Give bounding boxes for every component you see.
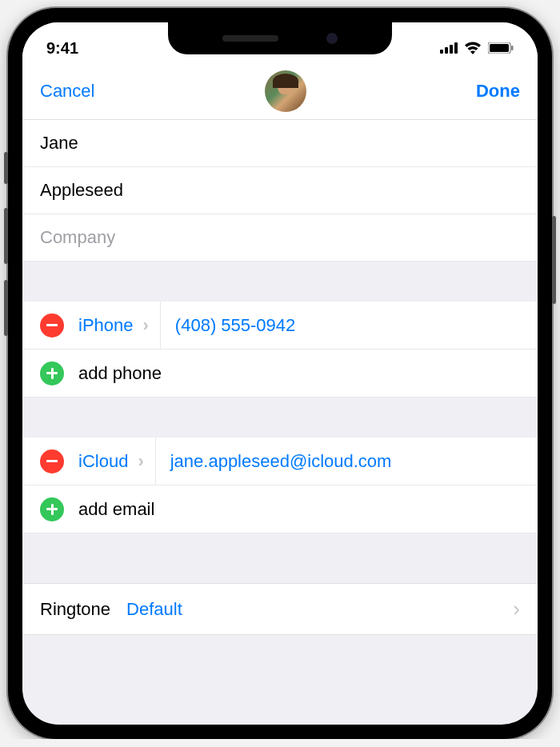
add-email-label: add email	[78, 499, 154, 520]
section-gap	[22, 262, 538, 302]
phone-type-button[interactable]: iPhone	[78, 315, 143, 336]
svg-rect-1	[445, 47, 448, 54]
cellular-icon	[440, 42, 458, 54]
front-camera	[326, 33, 338, 44]
side-button	[552, 216, 556, 304]
remove-email-button[interactable]	[40, 449, 64, 473]
section-gap	[22, 397, 538, 437]
wifi-icon	[464, 42, 482, 54]
company-row[interactable]	[22, 214, 538, 262]
svg-rect-5	[490, 44, 509, 52]
add-phone-row[interactable]: add phone	[22, 350, 538, 397]
status-time: 9:41	[46, 39, 150, 58]
first-name-input[interactable]	[40, 133, 520, 154]
side-button	[4, 208, 8, 264]
svg-rect-2	[450, 45, 453, 54]
done-button[interactable]: Done	[476, 81, 520, 102]
phone-number-field[interactable]: (408) 555-0942	[161, 315, 526, 336]
svg-rect-3	[454, 42, 458, 54]
add-email-row[interactable]: add email	[22, 485, 538, 533]
chevron-right-icon: ›	[513, 597, 520, 621]
ringtone-row[interactable]: Ringtone Default ›	[22, 583, 538, 635]
company-input[interactable]	[40, 227, 520, 248]
svg-rect-0	[440, 50, 443, 54]
screen: 9:41 Cancel Done	[22, 22, 538, 725]
nav-bar: Cancel Done	[22, 62, 538, 120]
status-icons	[410, 42, 514, 54]
cancel-button[interactable]: Cancel	[40, 81, 94, 102]
ringtone-value: Default	[126, 599, 513, 620]
battery-icon	[488, 42, 514, 54]
phone-entry-row: iPhone › (408) 555-0942	[22, 302, 538, 350]
email-address-field[interactable]: jane.appleseed@icloud.com	[156, 451, 526, 472]
first-name-row[interactable]	[22, 120, 538, 167]
speaker	[222, 35, 278, 42]
notch	[168, 22, 392, 54]
svg-rect-6	[511, 46, 514, 50]
add-email-button[interactable]	[40, 497, 64, 521]
add-phone-button[interactable]	[40, 362, 64, 385]
last-name-row[interactable]	[22, 167, 538, 214]
name-section	[22, 120, 538, 262]
ringtone-label: Ringtone	[40, 599, 110, 620]
last-name-input[interactable]	[40, 180, 520, 201]
section-gap	[22, 533, 538, 583]
contact-avatar[interactable]	[265, 70, 306, 112]
email-entry-row: iCloud › jane.appleseed@icloud.com	[22, 437, 538, 485]
email-type-button[interactable]: iCloud	[78, 451, 138, 472]
side-button	[4, 152, 8, 184]
chevron-right-icon: ›	[143, 315, 149, 336]
side-button	[4, 280, 8, 336]
remove-phone-button[interactable]	[40, 314, 64, 338]
chevron-right-icon: ›	[138, 451, 143, 472]
phone-frame: 9:41 Cancel Done	[8, 8, 552, 739]
add-phone-label: add phone	[78, 363, 162, 384]
